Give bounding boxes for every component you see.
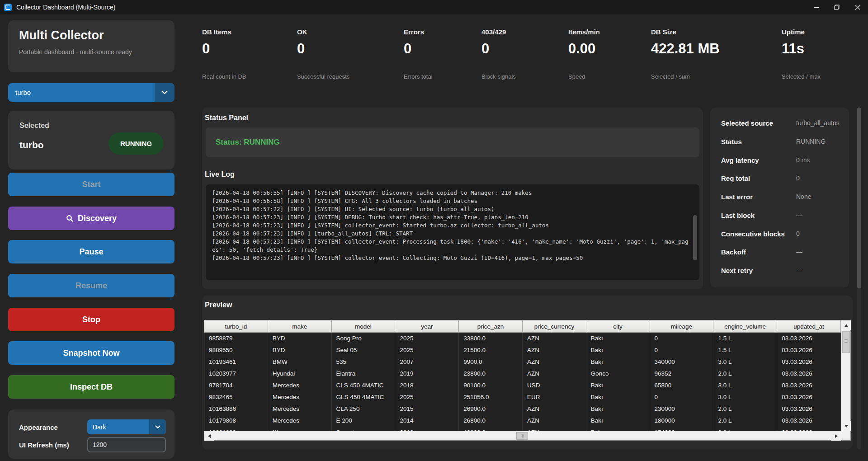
column-header-city[interactable]: city xyxy=(586,320,650,333)
stat-sublabel: Selected / sum xyxy=(651,73,690,80)
horizontal-scrollbar-thumb[interactable] xyxy=(516,432,528,440)
table-cell: Hyundai xyxy=(268,368,332,380)
column-header-turbo-id[interactable]: turbo_id xyxy=(204,320,268,333)
stop-button[interactable]: Stop xyxy=(8,308,175,331)
table-cell: 2.0 L xyxy=(713,415,777,427)
preview-table-main: turbo_idmakemodelyearprice_aznprice_curr… xyxy=(204,320,841,431)
close-button[interactable] xyxy=(847,0,868,14)
minimize-button[interactable] xyxy=(806,0,826,14)
table-row[interactable]: 9781704MercedesCLS 450 4MATIC201890100.0… xyxy=(204,380,841,391)
log-line: [2026-04-18 00:56:58] [INFO ] [SYSTEM] C… xyxy=(212,197,689,205)
table-cell: E 200 xyxy=(332,415,396,427)
table-cell: 2018 xyxy=(395,380,459,391)
table-cell: AZN xyxy=(523,344,586,356)
window-scrollbar-thumb[interactable] xyxy=(857,108,861,288)
chevron-down-icon[interactable] xyxy=(149,419,166,434)
start-button[interactable]: Start xyxy=(8,173,175,196)
table-row[interactable]: 10163886MercedesCLA 250201526900.0AZNBak… xyxy=(204,403,841,415)
table-cell: Song Pro xyxy=(332,333,396,344)
magnifier-icon xyxy=(66,215,74,222)
info-value: 0 ms xyxy=(796,156,810,164)
table-row[interactable]: 10201820KiaSorento201843800.0AZNBakı1546… xyxy=(204,427,841,431)
table-row[interactable]: 9832465MercedesGLS 450 4MATIC2025251056.… xyxy=(204,391,841,403)
table-cell: Bakı xyxy=(586,356,650,368)
table-cell: AZN xyxy=(523,356,586,368)
inspect-db-button[interactable]: Inspect DB xyxy=(8,375,175,399)
table-cell: 2.0 L xyxy=(713,368,777,380)
scroll-left-icon[interactable] xyxy=(204,431,214,441)
vertical-scrollbar-thumb[interactable] xyxy=(842,331,850,353)
stat-label: DB Items xyxy=(202,28,231,36)
selected-card: Selected turbo RUNNING xyxy=(8,111,175,169)
log-scrollbar-thumb[interactable] xyxy=(693,215,697,260)
app-subtitle: Portable dashboard · multi-source ready xyxy=(19,48,132,56)
scroll-right-icon[interactable] xyxy=(831,431,841,441)
resume-button[interactable]: Resume xyxy=(8,274,175,297)
discovery-button[interactable]: Discovery xyxy=(8,207,175,230)
table-row[interactable]: 9858879BYDSong Pro202533800.0AZNBakı01.5… xyxy=(204,333,841,344)
column-header-price-azn[interactable]: price_azn xyxy=(459,320,523,333)
table-row[interactable]: 9889550BYDSeal 05202521500.0AZNBakı01.5 … xyxy=(204,344,841,356)
table-body[interactable]: 9858879BYDSong Pro202533800.0AZNBakı01.5… xyxy=(204,333,841,431)
table-cell: Bakı xyxy=(586,403,650,415)
log-line: [2026-04-18 00:56:55] [INFO ] [SYSTEM] D… xyxy=(212,189,689,197)
column-header-price-currency[interactable]: price_currency xyxy=(523,320,586,333)
table-cell: USD xyxy=(523,380,586,391)
scroll-up-icon[interactable] xyxy=(841,320,851,330)
table-row[interactable]: 10203977HyundaiElantra201923800.0AZNGənc… xyxy=(204,368,841,380)
sidebar: Multi Collector Portable dashboard · mul… xyxy=(8,0,175,461)
column-header-engine-volume[interactable]: engine_volume xyxy=(713,320,777,333)
info-row-backoff: Backoff— xyxy=(710,248,849,256)
source-select[interactable]: turbo xyxy=(8,83,175,102)
column-header-model[interactable]: model xyxy=(332,320,396,333)
table-row[interactable]: 10179808MercedesE 200201426800.0AZNBakı1… xyxy=(204,415,841,427)
stat-label: Uptime xyxy=(782,28,805,36)
info-value: 0 xyxy=(796,230,800,237)
stat-sublabel: Errors total xyxy=(404,73,433,80)
column-header-mileage[interactable]: mileage xyxy=(650,320,714,333)
table-cell: 9858879 xyxy=(204,333,268,344)
appearance-select[interactable]: Dark xyxy=(87,419,166,434)
table-cell: Mercedes xyxy=(268,403,332,415)
table-row[interactable]: 10193461BMW53520079900.0AZNBakı3400003.0… xyxy=(204,356,841,368)
table-vertical-scrollbar[interactable] xyxy=(841,320,850,431)
scroll-down-icon[interactable] xyxy=(841,421,851,431)
stat-sublabel: Selected / max xyxy=(782,73,821,80)
info-row-req-total: Req total0 xyxy=(710,174,849,183)
info-value: RUNNING xyxy=(796,138,826,145)
info-label: Consecutive blocks xyxy=(721,230,785,238)
table-cell: 03.03.2026 xyxy=(777,344,841,356)
ui-refresh-input[interactable] xyxy=(87,437,166,452)
info-row-last-error: Last errorNone xyxy=(710,193,849,201)
column-header-make[interactable]: make xyxy=(268,320,332,333)
snapshot-now-button[interactable]: Snapshot Now xyxy=(8,341,175,365)
pause-button[interactable]: Pause xyxy=(8,240,175,263)
table-cell: 2.0 L xyxy=(713,403,777,415)
live-log-box[interactable]: [2026-04-18 00:56:55] [INFO ] [SYSTEM] D… xyxy=(206,184,699,280)
status-card: Status: RUNNING xyxy=(206,127,699,157)
table-cell: 2018 xyxy=(395,427,459,431)
table-cell: 0 xyxy=(650,391,714,403)
appearance-label: Appearance xyxy=(19,423,58,431)
column-header-updated-at[interactable]: updated_at xyxy=(777,320,841,333)
chevron-down-icon[interactable] xyxy=(155,83,175,102)
restore-button[interactable] xyxy=(826,0,847,14)
table-cell: AZN xyxy=(523,368,586,380)
log-line: [2026-04-18 00:57:23] [INFO ] [SYSTEM] c… xyxy=(212,221,689,230)
stat-label: Items/min xyxy=(568,28,600,36)
table-cell: AZN xyxy=(523,427,586,431)
info-value: — xyxy=(796,248,802,255)
column-header-year[interactable]: year xyxy=(395,320,459,333)
table-cell: 96352 xyxy=(650,368,714,380)
button-label: Discovery xyxy=(78,214,117,223)
table-cell: 2025 xyxy=(395,391,459,403)
table-cell: Bakı xyxy=(586,333,650,344)
info-row-last-block: Last block— xyxy=(710,212,849,220)
window-scrollbar[interactable] xyxy=(857,108,861,449)
table-cell: Bakı xyxy=(586,391,650,403)
preview-table: turbo_idmakemodelyearprice_aznprice_curr… xyxy=(204,320,851,441)
table-cell: Bakı xyxy=(586,380,650,391)
stat-sublabel: Block signals xyxy=(481,73,516,80)
table-horizontal-scrollbar[interactable] xyxy=(204,431,841,440)
table-cell: 2019 xyxy=(395,368,459,380)
